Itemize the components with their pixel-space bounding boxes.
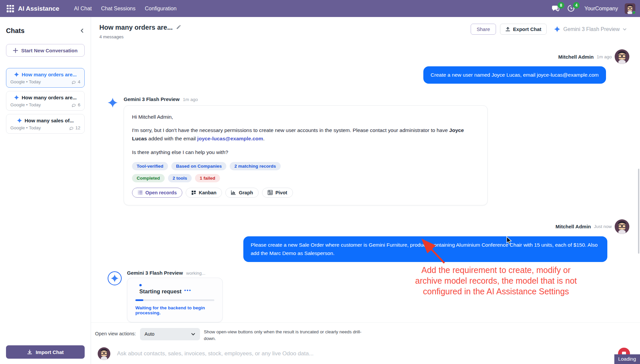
badge-matching-records: 2 matching records [230, 162, 281, 170]
assistant-response-card: Hi Mitchell Admin, I'm sorry, but I don'… [124, 105, 488, 205]
greeting-text: Hi Mitchell Admin, [132, 113, 479, 121]
chat-list-item[interactable]: How many orders are... Google • Today 6 [6, 91, 85, 111]
chat-item-meta: Google • Today [10, 125, 41, 130]
chat-message-count: 6 [71, 102, 80, 107]
user-message-1: Mitchell Admin 1m ago Create a new user … [91, 49, 640, 84]
message-time: Just now [594, 224, 612, 229]
progress-fill [135, 299, 143, 301]
step-dot [139, 284, 142, 286]
assistant-name: Gemini 3 Flash Preview [124, 96, 180, 102]
chat-message-count: 4 [71, 79, 80, 84]
nav-item-chat-sessions[interactable]: Chat Sessions [101, 6, 135, 12]
chat-item-title: How many sales of... [25, 118, 74, 123]
scrollbar[interactable] [638, 169, 639, 254]
user-avatar[interactable] [625, 3, 635, 14]
graph-button[interactable]: Graph [225, 188, 259, 198]
messages-icon[interactable]: 8 [552, 4, 560, 13]
progress-bar [135, 299, 214, 301]
edit-title-icon[interactable] [176, 24, 181, 31]
model-selector[interactable]: Gemini 3 Flash Preview [554, 26, 627, 32]
user-message-bubble: Create a new user named Joyce Lucas, ema… [423, 66, 606, 84]
chats-sidebar: Chats Start New Conversation How many or… [0, 17, 91, 364]
sidebar-title: Chats [6, 27, 25, 35]
response-text: I'm sorry, but I don't have the necessar… [132, 126, 479, 143]
comment-icon [71, 103, 76, 107]
start-new-conversation-button[interactable]: Start New Conversation [6, 44, 85, 57]
message-time: 1m ago [183, 97, 198, 102]
share-button[interactable]: Share [471, 24, 496, 35]
collapse-sidebar-icon[interactable] [79, 28, 85, 34]
apps-menu-icon[interactable] [7, 5, 14, 12]
typing-dots: ••• [184, 287, 192, 293]
export-chat-button[interactable]: Export Chat [500, 24, 547, 35]
sparkle-icon [14, 72, 19, 77]
message-author: Mitchell Admin [558, 54, 594, 60]
top-nav: AI Assistance AI Chat Chat Sessions Conf… [0, 0, 640, 17]
sparkle-icon [17, 118, 22, 123]
badge-failed-count: 1 failed [195, 174, 220, 182]
kanban-button[interactable]: Kanban [186, 188, 222, 198]
pivot-table-icon [268, 190, 273, 195]
message-author: Mitchell Admin [556, 224, 591, 229]
badge-tool-verified: Tool-verified [132, 162, 168, 170]
pivot-button[interactable]: Pivot [262, 188, 293, 198]
badge-tools-count: 2 tools [168, 174, 192, 182]
gemini-sparkle-icon [108, 98, 118, 108]
open-records-button[interactable]: Open records [132, 188, 182, 198]
closing-text: Is there anything else I can help you wi… [132, 148, 479, 157]
chat-list-item[interactable]: How many sales of... Google • Today 12 [6, 114, 85, 134]
avatar [615, 219, 629, 234]
chat-list-item[interactable]: How many orders are... Google • Today 4 [6, 68, 85, 88]
activities-icon[interactable]: 4 [567, 4, 576, 13]
ai-assistance-app: AI Assistance AI Chat Chat Sessions Conf… [0, 0, 640, 364]
messages-count-badge: 8 [558, 2, 564, 9]
message-count-label: 4 messages [99, 34, 181, 39]
chat-item-title: How many orders are... [22, 95, 77, 100]
loading-indicator: Loading [614, 354, 640, 364]
activities-count-badge: 4 [573, 2, 580, 9]
chat-message-count: 12 [69, 125, 80, 130]
comment-icon [69, 126, 74, 130]
chevron-down-icon [623, 27, 627, 31]
upload-icon [505, 27, 510, 32]
chevron-down-icon [191, 332, 195, 336]
step-title: Starting request [139, 288, 182, 295]
nav-item-configuration[interactable]: Configuration [145, 6, 176, 12]
avatar [98, 347, 110, 360]
open-view-actions-help: Show open-view buttons only when the res… [204, 328, 364, 342]
company-name[interactable]: YourCompany [584, 6, 618, 12]
email-link[interactable]: joyce-lucas@example.com [197, 136, 263, 141]
open-view-actions-select[interactable]: Auto [140, 328, 200, 340]
chat-main: How many orders are... 4 messages Share … [91, 17, 640, 364]
list-icon [138, 190, 143, 195]
app-title[interactable]: AI Assistance [18, 5, 59, 12]
annotation-text: Add the requirement to create, modify or… [408, 265, 584, 297]
chat-item-title: How many orders are... [22, 72, 77, 77]
bar-chart-icon [231, 190, 236, 195]
kanban-icon [191, 190, 196, 195]
progress-note: Waiting for the backend to begin process… [135, 305, 214, 315]
working-status: working... [186, 271, 206, 276]
nav-item-ai-chat[interactable]: AI Chat [74, 6, 92, 12]
badge-based-on: Based on Companies [171, 162, 226, 170]
plus-icon [13, 48, 18, 53]
sparkle-icon [14, 95, 19, 100]
chat-input[interactable] [117, 350, 611, 357]
composer: Open view actions: Auto Show open-view b… [91, 322, 640, 364]
import-chat-button[interactable]: Import Chat [6, 345, 85, 359]
user-message-2: Mitchell Admin Just now Please create a … [91, 219, 640, 262]
chat-item-meta: Google • Today [10, 102, 41, 107]
assistant-message-1: Gemini 3 Flash Preview 1m ago Hi Mitchel… [91, 96, 640, 205]
online-status-dot [632, 11, 635, 14]
gemini-sparkle-icon [108, 271, 122, 285]
badge-completed: Completed [132, 174, 165, 182]
chat-title: How many orders are... [99, 24, 173, 31]
import-icon [27, 349, 32, 355]
open-view-actions-label: Open view actions: [95, 328, 136, 336]
assistant-name: Gemini 3 Flash Preview [127, 270, 183, 276]
chat-header: How many orders are... 4 messages Share … [91, 17, 640, 39]
progress-card: Starting request ••• Waiting for the bac… [127, 278, 223, 322]
gemini-sparkle-icon [554, 26, 560, 32]
comment-icon [71, 80, 76, 84]
chat-item-meta: Google • Today [10, 79, 41, 84]
